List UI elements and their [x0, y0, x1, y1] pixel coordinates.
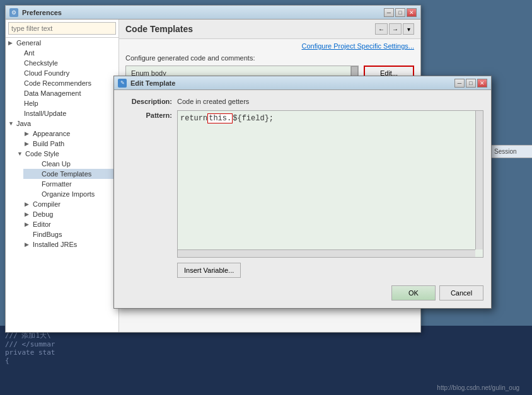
sidebar-item-build-path[interactable]: ▶ Build Path: [14, 139, 119, 149]
description-value: Code in created getters: [177, 98, 249, 105]
dialog-ok-button[interactable]: OK: [391, 285, 436, 301]
preferences-sidebar: ▶ General Ant Checkstyle Cloud Foundry C…: [6, 20, 119, 332]
sidebar-item-clean-up[interactable]: Clean Up: [23, 159, 119, 169]
expand-arrow-java: ▼: [8, 120, 14, 127]
sidebar-item-compiler[interactable]: ▶ Compiler: [14, 199, 119, 209]
description-label: Description:: [122, 98, 172, 105]
edit-dialog-maximize[interactable]: □: [466, 79, 476, 88]
insert-variable-row: Insert Variable...: [122, 263, 483, 278]
configure-link-row: Configure Project Specific Settings...: [119, 39, 420, 53]
code-line: return this.${field};: [180, 113, 480, 123]
sidebar-item-editor[interactable]: ▶ Editor: [14, 219, 119, 229]
description-row: Description: Code in created getters: [122, 98, 483, 105]
spacer: ▶: [25, 130, 31, 137]
spacer: ▶: [25, 140, 31, 147]
sidebar-item-installed-jres[interactable]: ▶ Installed JREs: [14, 239, 119, 249]
sidebar-item-data-management[interactable]: Data Management: [6, 88, 119, 98]
watermark-text: http://blog.csdn.net/gulin_oug: [437, 384, 519, 391]
edit-dialog-body: Description: Code in created getters Pat…: [114, 90, 491, 308]
sidebar-item-debug[interactable]: ▶ Debug: [14, 209, 119, 219]
session-panel: Session: [491, 145, 532, 158]
sidebar-item-appearance[interactable]: ▶ Appearance: [14, 129, 119, 139]
edit-dialog-minimize[interactable]: ─: [454, 79, 465, 88]
minimize-button[interactable]: ─: [384, 8, 394, 17]
sidebar-item-ant[interactable]: Ant: [6, 48, 119, 58]
sidebar-item-formatter[interactable]: Formatter: [23, 179, 119, 189]
pattern-scrollbar-h[interactable]: [178, 249, 475, 257]
edit-dialog-title: Edit Template: [130, 79, 451, 87]
preferences-titlebar: ⚙ Preferences ─ □ ✕: [6, 6, 420, 20]
window-controls: ─ □ ✕: [384, 8, 417, 17]
edit-dialog-titlebar: ✎ Edit Template ─ □ ✕: [114, 76, 491, 90]
sidebar-item-code-templates[interactable]: Code Templates: [23, 169, 119, 179]
edit-dialog-controls: ─ □ ✕: [454, 79, 487, 88]
edit-dialog-close[interactable]: ✕: [477, 79, 487, 88]
content-title: Code Templates: [125, 24, 373, 34]
sidebar-item-organize-imports[interactable]: Organize Imports: [23, 189, 119, 199]
expand-arrow-codestyle: ▼: [17, 151, 23, 157]
sidebar-item-help[interactable]: Help: [6, 98, 119, 108]
dialog-bottom-buttons: OK Cancel: [122, 283, 483, 301]
sidebar-item-install-update[interactable]: Install/Update: [6, 108, 119, 118]
sidebar-item-java[interactable]: ▼ Java: [6, 118, 119, 129]
close-button[interactable]: ✕: [407, 8, 417, 17]
configure-project-link[interactable]: Configure Project Specific Settings...: [301, 42, 414, 50]
preferences-title: Preferences: [22, 9, 380, 16]
pattern-label: Pattern:: [122, 110, 172, 258]
sidebar-item-checkstyle[interactable]: Checkstyle: [6, 58, 119, 68]
sidebar-item-findbugs[interactable]: FindBugs: [14, 229, 119, 239]
nav-dropdown-button[interactable]: ▾: [403, 23, 414, 35]
pattern-container: Pattern: return this.${field};: [122, 110, 483, 258]
nav-forward-button[interactable]: →: [389, 23, 402, 35]
pattern-editor[interactable]: return this.${field};: [177, 110, 483, 258]
spacer: ▶: [25, 211, 31, 217]
code-return: return: [180, 114, 207, 123]
dialog-cancel-button[interactable]: Cancel: [439, 285, 483, 301]
edit-dialog-icon: ✎: [118, 79, 127, 88]
sidebar-item-code-style[interactable]: ▼ Code Style: [14, 149, 119, 159]
nav-back-button[interactable]: ←: [375, 23, 388, 35]
nav-arrows: ← → ▾: [375, 23, 414, 35]
sidebar-item-code-recommenders[interactable]: Code Recommenders: [6, 78, 119, 88]
insert-variable-button[interactable]: Insert Variable...: [177, 263, 241, 278]
filter-box: [6, 20, 119, 38]
spacer: ▶: [25, 201, 31, 207]
expand-arrow: ▶: [8, 40, 14, 46]
maximize-button[interactable]: □: [395, 8, 405, 17]
configure-description: Configure generated code and comments:: [119, 53, 420, 66]
preferences-icon: ⚙: [9, 8, 18, 17]
pattern-scrollbar-v[interactable]: [475, 111, 483, 249]
sidebar-item-general[interactable]: ▶ General: [6, 38, 119, 48]
content-header: Code Templates ← → ▾: [119, 20, 420, 39]
code-field: ${field};: [233, 114, 274, 123]
spacer: ▶: [25, 221, 31, 227]
spacer: ▶: [25, 241, 31, 248]
filter-input[interactable]: [8, 22, 116, 35]
sidebar-item-cloud-foundry[interactable]: Cloud Foundry: [6, 68, 119, 78]
edit-template-dialog: ✎ Edit Template ─ □ ✕ Description: Code …: [113, 76, 492, 309]
code-this-highlighted: this.: [207, 113, 233, 123]
